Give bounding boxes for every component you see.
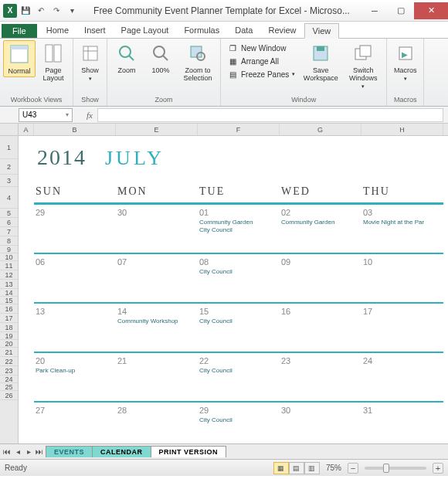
calendar-cell[interactable]: 17: [361, 304, 443, 352]
save-workspace-button[interactable]: Save Workspace: [300, 40, 341, 83]
row-header[interactable]: 7: [0, 227, 18, 236]
undo-icon[interactable]: ↶: [34, 4, 48, 18]
zoom-100-button[interactable]: 100%: [144, 40, 177, 76]
zoom-thumb[interactable]: [383, 464, 389, 473]
calendar-cell[interactable]: 02Community Garden: [280, 205, 361, 253]
maximize-button[interactable]: ▢: [388, 2, 414, 19]
tab-data[interactable]: Data: [227, 23, 260, 38]
row-header[interactable]: 3: [0, 175, 18, 187]
qat-dropdown-icon[interactable]: ▾: [65, 4, 79, 18]
zoom-in-button[interactable]: +: [433, 463, 443, 474]
calendar-cell[interactable]: 09: [280, 254, 361, 302]
minimize-button[interactable]: ─: [361, 2, 388, 19]
calendar-cell[interactable]: 31: [361, 403, 443, 421]
worksheet[interactable]: 1234567891011121314151617181920212223242…: [0, 124, 448, 443]
fx-icon[interactable]: fx: [87, 110, 93, 120]
calendar-cell[interactable]: 29City Council: [198, 403, 280, 421]
calendar-cell[interactable]: 08City Council: [198, 254, 280, 302]
switch-windows-button[interactable]: Switch Windows ▾: [343, 40, 383, 91]
column-header[interactable]: B: [34, 124, 116, 135]
view-page-break-button[interactable]: ▥: [304, 462, 320, 474]
tab-home[interactable]: Home: [39, 23, 76, 38]
calendar-cell[interactable]: 01Community GardenCity Council: [198, 205, 280, 253]
row-header[interactable]: 19: [0, 332, 18, 340]
calendar-cell[interactable]: 30: [116, 205, 198, 253]
row-header[interactable]: 15: [0, 297, 18, 304]
tab-next-icon[interactable]: ▸: [23, 447, 34, 456]
name-box[interactable]: U43 ▾: [19, 108, 73, 122]
arrange-all-button[interactable]: ▦Arrange All: [226, 55, 297, 67]
row-header[interactable]: 25: [0, 383, 18, 391]
column-header[interactable]: A: [19, 124, 34, 135]
row-header[interactable]: 4: [0, 187, 18, 209]
row-header[interactable]: 23: [0, 366, 18, 375]
row-header[interactable]: 13: [0, 280, 18, 289]
column-header[interactable]: G: [280, 124, 361, 135]
calendar-cell[interactable]: 22City Council: [198, 353, 280, 401]
calendar-cell[interactable]: 20Park Clean-up: [34, 353, 116, 401]
column-header[interactable]: H: [361, 124, 443, 135]
row-header[interactable]: 2: [0, 159, 18, 175]
calendar-cell[interactable]: 14Community Workshop: [116, 304, 198, 352]
row-header[interactable]: 5: [0, 209, 18, 218]
column-header[interactable]: E: [116, 124, 198, 135]
calendar-cell[interactable]: 13: [34, 304, 116, 352]
calendar-cell[interactable]: 06: [34, 254, 116, 302]
calendar-cell[interactable]: 24: [361, 353, 443, 401]
calendar-cell[interactable]: 03Movie Night at the Par: [361, 205, 443, 253]
show-button[interactable]: Show ▾: [76, 40, 104, 83]
file-tab[interactable]: File: [2, 24, 37, 38]
row-header[interactable]: 1: [0, 136, 18, 159]
calendar-cell[interactable]: 10: [361, 254, 443, 302]
calendar-cell[interactable]: 16: [280, 304, 361, 352]
close-button[interactable]: ✕: [414, 2, 448, 19]
tab-prev-icon[interactable]: ◂: [12, 447, 23, 456]
row-header[interactable]: 9: [0, 246, 18, 253]
row-header[interactable]: 24: [0, 375, 18, 383]
zoom-button[interactable]: Zoom: [110, 40, 143, 76]
row-header[interactable]: 8: [0, 236, 18, 246]
row-header[interactable]: 14: [0, 289, 18, 297]
row-header[interactable]: 22: [0, 357, 18, 366]
save-icon[interactable]: 💾: [19, 4, 32, 18]
zoom-slider[interactable]: [365, 467, 426, 470]
row-header[interactable]: 18: [0, 323, 18, 332]
row-header[interactable]: 17: [0, 314, 18, 323]
row-header[interactable]: 20: [0, 340, 18, 348]
zoom-selection-button[interactable]: Zoom to Selection: [178, 40, 217, 83]
sheet-tab-print-version[interactable]: PRINT VERSION: [151, 446, 227, 457]
row-header[interactable]: 6: [0, 218, 18, 227]
tab-last-icon[interactable]: ⏭: [34, 447, 45, 456]
calendar-cell[interactable]: 23: [280, 353, 361, 401]
sheet-tab-events[interactable]: EVENTS: [46, 446, 93, 457]
row-header[interactable]: 11: [0, 261, 18, 270]
tab-formulas[interactable]: Formulas: [176, 23, 227, 38]
formula-input[interactable]: [97, 108, 443, 122]
row-header[interactable]: 21: [0, 348, 18, 357]
calendar-cell[interactable]: 27: [34, 403, 116, 421]
calendar-cell[interactable]: 28: [116, 403, 198, 421]
new-window-button[interactable]: ❐New Window: [226, 42, 297, 54]
view-page-layout-button[interactable]: ▤: [289, 462, 304, 474]
calendar-cell[interactable]: 21: [116, 353, 198, 401]
tab-insert[interactable]: Insert: [76, 23, 114, 38]
row-header[interactable]: 10: [0, 253, 18, 261]
row-header[interactable]: 26: [0, 391, 18, 400]
view-normal-button[interactable]: ▦: [273, 462, 289, 474]
redo-icon[interactable]: ↷: [49, 4, 63, 18]
sheet-tab-calendar[interactable]: CALENDAR: [92, 446, 151, 457]
freeze-panes-button[interactable]: ▤Freeze Panes ▾: [226, 68, 297, 80]
zoom-out-button[interactable]: −: [348, 463, 358, 474]
row-header[interactable]: 12: [0, 270, 18, 280]
tab-review[interactable]: Review: [260, 23, 304, 38]
page-layout-button[interactable]: Page Layout: [37, 40, 70, 83]
macros-button[interactable]: ▶ Macros ▾: [390, 40, 420, 83]
calendar-cell[interactable]: 30: [280, 403, 361, 421]
calendar-cell[interactable]: 29: [34, 205, 116, 253]
column-header[interactable]: F: [198, 124, 280, 135]
calendar-cell[interactable]: 15City Council: [198, 304, 280, 352]
row-header[interactable]: 16: [0, 304, 18, 314]
tab-first-icon[interactable]: ⏮: [2, 447, 12, 456]
calendar-cell[interactable]: 07: [116, 254, 198, 302]
tab-view[interactable]: View: [304, 23, 340, 39]
